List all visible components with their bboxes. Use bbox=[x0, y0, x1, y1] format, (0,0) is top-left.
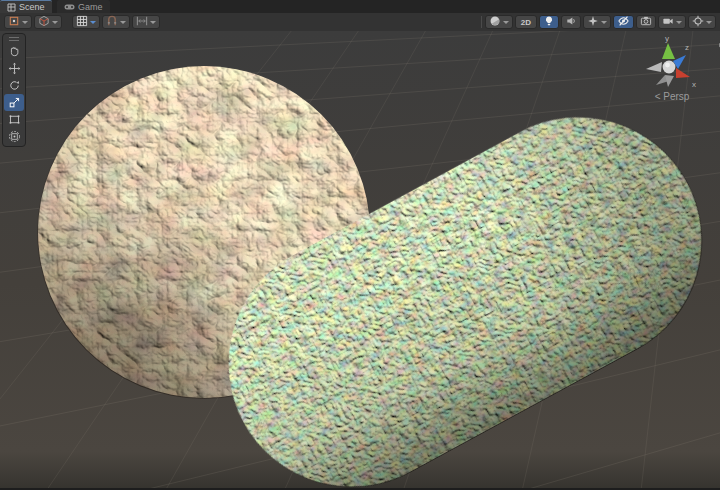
tool-rotate-button[interactable] bbox=[4, 77, 24, 94]
hand-icon bbox=[8, 45, 21, 58]
orientation-mode-button[interactable] bbox=[34, 15, 62, 29]
tool-transform-button[interactable] bbox=[4, 128, 24, 145]
draw-mode-button[interactable] bbox=[485, 15, 513, 29]
tab-game[interactable]: Game bbox=[57, 0, 110, 13]
view-options-group: 2D bbox=[485, 15, 716, 29]
scene-camera-icon bbox=[662, 13, 674, 31]
rotation-cube-icon bbox=[38, 13, 50, 31]
audio-speaker-icon bbox=[565, 13, 577, 31]
snap-increment-button[interactable] bbox=[132, 15, 160, 29]
scale-icon bbox=[8, 96, 21, 109]
chevron-down-icon bbox=[601, 21, 607, 24]
tab-bar: Scene Game bbox=[0, 0, 720, 13]
tab-scene-label: Scene bbox=[19, 2, 45, 12]
scene-viewport[interactable]: y z x < Persp bbox=[0, 31, 720, 488]
snap-increment-icon bbox=[136, 13, 148, 31]
tool-scale-button[interactable] bbox=[4, 94, 24, 111]
cameras-overlay-button[interactable] bbox=[658, 15, 686, 29]
toolbar-divider bbox=[481, 16, 482, 28]
tool-move-button[interactable] bbox=[4, 60, 24, 77]
grid-snap-group bbox=[72, 15, 160, 29]
chevron-down-icon bbox=[503, 21, 509, 24]
rect-icon bbox=[8, 113, 21, 126]
orientation-gizmo: y z x < Persp bbox=[632, 33, 718, 109]
scene-toolbar: 2D bbox=[0, 13, 720, 31]
grid-visibility-button[interactable] bbox=[72, 15, 100, 29]
tool-hand-button[interactable] bbox=[4, 43, 24, 60]
chevron-down-icon bbox=[120, 21, 126, 24]
rotate-icon bbox=[8, 79, 21, 92]
tool-rect-button[interactable] bbox=[4, 111, 24, 128]
snap-toggle-button[interactable] bbox=[102, 15, 130, 29]
audio-button[interactable] bbox=[561, 15, 581, 29]
draw-mode-sphere-icon bbox=[489, 13, 501, 31]
visibility-eye-slash-icon bbox=[617, 13, 630, 31]
gizmo-y-label: y bbox=[665, 35, 669, 43]
move-icon bbox=[8, 62, 21, 75]
toggle-2d-button[interactable]: 2D bbox=[515, 15, 537, 29]
gizmos-target-icon bbox=[692, 13, 704, 31]
chevron-down-icon bbox=[676, 21, 682, 24]
scene-grid-icon bbox=[7, 3, 16, 12]
effects-sparkle-icon bbox=[587, 13, 599, 31]
overlay-drag-handle[interactable] bbox=[9, 37, 19, 41]
scene-visibility-button[interactable] bbox=[613, 15, 634, 29]
pivot-mode-button[interactable] bbox=[4, 15, 32, 29]
gizmo-z-label: z bbox=[685, 43, 689, 52]
chevron-down-icon bbox=[22, 21, 28, 24]
lighting-bulb-icon bbox=[543, 13, 555, 31]
tab-game-label: Game bbox=[78, 2, 103, 12]
snap-toggle-icon bbox=[106, 13, 118, 31]
tool-settings-group bbox=[4, 15, 62, 29]
transform-icon bbox=[8, 130, 21, 143]
tab-scene[interactable]: Scene bbox=[0, 0, 52, 13]
unity-scene-window: Scene Game bbox=[0, 0, 720, 490]
toggle-2d-label: 2D bbox=[519, 18, 533, 27]
pivot-icon bbox=[8, 13, 20, 31]
gizmo-x-label: x bbox=[692, 80, 696, 89]
gamepad-icon bbox=[64, 3, 75, 11]
camera-button[interactable] bbox=[636, 15, 656, 29]
tools-overlay bbox=[2, 33, 26, 147]
effects-button[interactable] bbox=[583, 15, 611, 29]
gizmos-button[interactable] bbox=[688, 15, 716, 29]
grid-visibility-icon bbox=[76, 13, 88, 31]
chevron-down-icon bbox=[706, 21, 712, 24]
scene-lighting-button[interactable] bbox=[539, 15, 559, 29]
chevron-down-icon bbox=[90, 21, 96, 24]
axis-gizmo-graphic[interactable]: y z x bbox=[638, 35, 702, 91]
perspective-toggle[interactable]: < Persp bbox=[632, 91, 712, 102]
camera-icon bbox=[640, 13, 652, 31]
chevron-down-icon bbox=[52, 21, 58, 24]
chevron-down-icon bbox=[150, 21, 156, 24]
